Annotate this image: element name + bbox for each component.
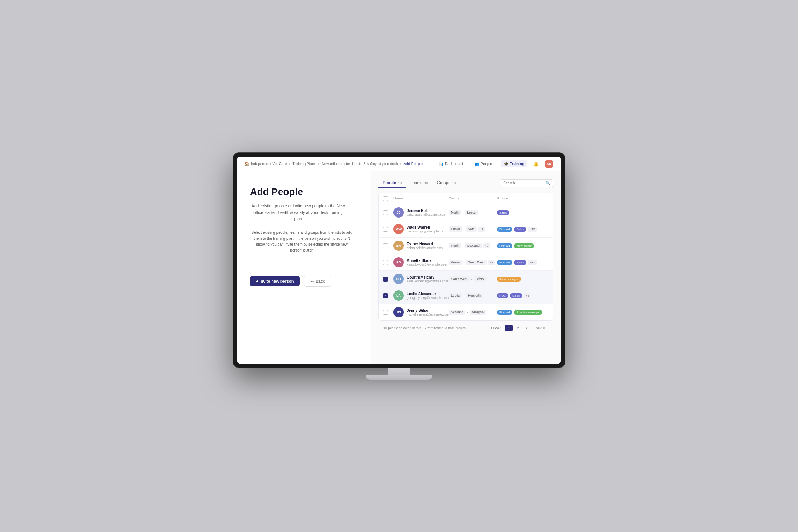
avatar-esther-howard: EH (393, 241, 404, 251)
person-name-6: Leslie Alexander (407, 292, 449, 296)
tab-groups[interactable]: Groups 10 (433, 178, 460, 188)
nav-training[interactable]: 🎓 Training (501, 160, 527, 167)
bell-icon[interactable]: 🔔 (533, 161, 539, 167)
avatar-courtney-henry: CH (393, 274, 404, 284)
team-tag: Leeds (465, 210, 478, 215)
avatar[interactable]: AK (545, 160, 553, 168)
left-actions: + Invite new person ← Back (250, 276, 358, 287)
person-email-1: alma.lawson@example.com (407, 213, 446, 216)
group-tag: Area manager (497, 277, 521, 282)
search-box[interactable]: 🔍 (500, 179, 553, 187)
groups-extra: +6 (524, 293, 531, 298)
breadcrumb-sep1: > (289, 162, 290, 166)
group-tag: Sales (510, 293, 522, 298)
group-tag: Sales (514, 227, 526, 232)
row-checkbox-3[interactable] (383, 243, 388, 248)
breadcrumb-sep2: > (318, 162, 320, 166)
groups-cell-4: First aid Sales +11 (497, 260, 549, 265)
pagination-page-3[interactable]: 3 (524, 325, 531, 331)
row-checkbox-6[interactable] (383, 293, 388, 298)
breadcrumb-sep3: > (400, 162, 402, 166)
person-info-4: AB Annette Black kenzi.lawson@example.co… (393, 257, 449, 267)
person-name-1: Jerome Bell (407, 209, 446, 213)
group-tag: POS (497, 293, 508, 298)
teams-cell-7: Scotland • Glasgow (449, 310, 497, 315)
person-info-2: WW Wade Warren tim.jennings@example.com (393, 224, 449, 234)
pagination-next[interactable]: Next > (533, 325, 548, 331)
table-row: CH Courtney Henry willie.jennings@exampl… (379, 271, 553, 287)
selection-summary: 10 people selected in total. 5 from team… (383, 326, 467, 330)
avatar-leslie-alexander: LA (393, 290, 404, 301)
group-tag: First aid (497, 227, 512, 232)
page-title: Add People (250, 186, 358, 198)
groups-cell-1: Sales (497, 210, 549, 215)
groups-cell-3: First aid New starter (497, 243, 549, 248)
col-name: Name (393, 196, 449, 201)
monitor-stand (233, 368, 565, 380)
training-icon: 🎓 (504, 162, 508, 166)
table-header: Name Teams Groups (379, 193, 553, 204)
person-info-1: JB Jerome Bell alma.lawson@example.com (393, 207, 449, 218)
team-tag: Bristol (449, 226, 462, 232)
team-tag: North (449, 210, 461, 215)
row-checkbox-4[interactable] (383, 260, 388, 265)
stand-neck (388, 368, 410, 375)
teams-cell-1: North • Leeds (449, 210, 497, 215)
col-groups: Groups (497, 196, 549, 201)
main-content: Add People Add existing people or invite… (237, 171, 561, 364)
col-teams: Teams (449, 196, 497, 201)
person-info-3: EH Esther Howard debra.holt@example.com (393, 241, 449, 251)
person-name-4: Annette Black (407, 259, 447, 263)
breadcrumb-training-plans[interactable]: Training Plans (293, 162, 316, 166)
page-description: Add existing people or invite new people… (250, 203, 346, 222)
person-info-5: CH Courtney Henry willie.jennings@exampl… (393, 274, 449, 284)
person-name-2: Wade Warren (407, 225, 446, 229)
back-button[interactable]: ← Back (304, 276, 331, 287)
teams-cell-2: Bristol • Yate +1 (449, 226, 497, 232)
breadcrumb-home[interactable]: Independent Vet Care (251, 162, 287, 166)
pagination-page-1[interactable]: 1 (505, 325, 513, 331)
home-icon: 🏠 (245, 162, 249, 166)
group-tag: New starter (514, 243, 534, 248)
pagination-back[interactable]: < Back (487, 325, 504, 331)
team-tag: Glasgow (470, 310, 486, 315)
row-checkbox-5[interactable] (383, 277, 388, 282)
row-checkbox-1[interactable] (383, 210, 388, 215)
avatar-wade-warren: WW (393, 224, 404, 234)
breadcrumb-current: Add People (403, 162, 423, 166)
people-icon: 👥 (475, 162, 479, 166)
invite-new-person-button[interactable]: + Invite new person (250, 276, 300, 286)
person-email-5: willie.jennings@example.com (407, 279, 448, 283)
table-row: WW Wade Warren tim.jennings@example.com … (379, 221, 553, 238)
right-panel: People 10 Teams 10 Groups 10 🔍 (371, 171, 561, 364)
table-row: EH Esther Howard debra.holt@example.com … (379, 238, 553, 254)
tab-teams[interactable]: Teams 10 (406, 178, 432, 188)
select-all-checkbox[interactable] (383, 196, 388, 201)
breadcrumb-plan-name[interactable]: New office starter: health & saftey at y… (321, 162, 398, 166)
nav-people[interactable]: 👥 People (472, 160, 495, 167)
person-email-7: michelle.rivera@example.com (407, 313, 449, 316)
search-icon: 🔍 (546, 181, 550, 185)
breadcrumb: 🏠 Independent Vet Care > Training Plans … (245, 162, 423, 166)
stand-base (366, 375, 432, 380)
teams-extra: +4 (488, 260, 495, 265)
person-name-3: Esther Howard (407, 242, 443, 246)
navbar: 🏠 Independent Vet Care > Training Plans … (237, 157, 561, 171)
search-input[interactable] (503, 181, 544, 185)
group-tag: First aid (497, 310, 512, 315)
group-tag: First aid (497, 260, 512, 265)
left-panel: Add People Add existing people or invite… (237, 171, 371, 364)
team-tag: Bristol (474, 276, 487, 282)
row-checkbox-7[interactable] (383, 310, 388, 315)
groups-cell-6: POS Sales +6 (497, 293, 549, 298)
team-tag: Horsforth (466, 293, 483, 298)
tab-people[interactable]: People 10 (378, 178, 406, 188)
person-email-3: debra.holt@example.com (407, 246, 443, 250)
person-email-4: kenzi.lawson@example.com (407, 263, 447, 266)
nav-dashboard[interactable]: 📊 Dashboard (436, 160, 466, 167)
group-tag: Sales (514, 260, 526, 265)
pagination-page-2[interactable]: 2 (514, 325, 522, 331)
team-tag: South West (466, 260, 487, 265)
row-checkbox-2[interactable] (383, 227, 388, 232)
teams-cell-5: South West • Bristol (449, 276, 497, 282)
